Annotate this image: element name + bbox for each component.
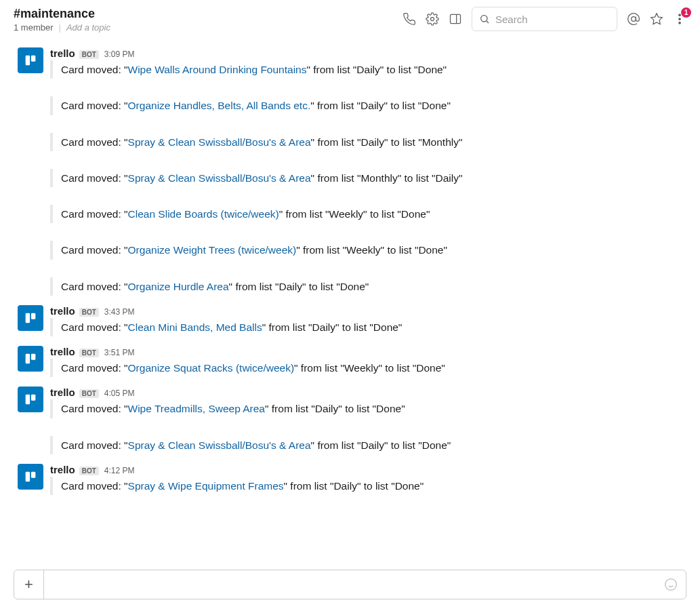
message-group: trello BOT 3:43 PM Card moved: "Clean Mi… (18, 305, 686, 336)
bot-tag: BOT (79, 467, 99, 475)
message-body: trello BOT 3:09 PM Card moved: "Wipe Wal… (50, 47, 686, 296)
card-moved-attachment: Card moved: "Clean Mini Bands, Med Balls… (50, 318, 686, 336)
sender-name[interactable]: trello (50, 387, 75, 398)
svg-marker-6 (651, 14, 663, 24)
star-icon[interactable] (650, 12, 663, 26)
message-composer: + (14, 570, 686, 599)
message-body: trello BOT 4:12 PM Card moved: "Spray & … (50, 464, 686, 495)
svg-rect-24 (31, 471, 35, 477)
avatar[interactable] (18, 464, 43, 490)
card-link[interactable]: Clean Slide Boards (twice/week) (128, 208, 279, 220)
svg-rect-11 (26, 56, 30, 66)
sender-name[interactable]: trello (50, 47, 75, 59)
card-link[interactable]: Organize Hurdle Area (128, 281, 229, 292)
timestamp[interactable]: 4:12 PM (104, 466, 135, 475)
svg-rect-17 (26, 354, 30, 364)
message-group: trello BOT 4:12 PM Card moved: "Spray & … (18, 464, 686, 495)
card-link[interactable]: Spray & Clean Swissball/Bosu's & Area (128, 136, 311, 148)
svg-rect-21 (31, 395, 35, 401)
mentions-icon[interactable] (627, 12, 640, 26)
svg-rect-15 (31, 313, 35, 319)
message-group: trello BOT 4:05 PM Card moved: "Wipe Tre… (18, 387, 686, 454)
svg-rect-14 (26, 313, 30, 323)
add-topic-link[interactable]: Add a topic (66, 22, 110, 33)
svg-point-0 (431, 18, 434, 21)
bot-tag: BOT (79, 389, 99, 398)
svg-rect-20 (26, 395, 30, 405)
card-link[interactable]: Spray & Clean Swissball/Bosu's & Area (128, 172, 311, 184)
svg-rect-23 (26, 471, 30, 481)
bot-tag: BOT (79, 308, 99, 317)
message-body: trello BOT 3:43 PM Card moved: "Clean Mi… (50, 305, 686, 336)
channel-meta: 1 member | Add a topic (14, 22, 110, 33)
card-moved-attachment: Card moved: "Wipe Treadmills, Sweep Area… (50, 399, 686, 418)
svg-rect-12 (31, 56, 35, 62)
message-body: trello BOT 4:05 PM Card moved: "Wipe Tre… (50, 387, 686, 454)
emoji-icon[interactable] (656, 570, 686, 599)
bot-tag: BOT (79, 349, 99, 357)
search-placeholder: Search (495, 14, 528, 25)
bot-tag: BOT (79, 50, 99, 59)
svg-point-7 (679, 14, 681, 16)
phone-icon[interactable] (403, 12, 416, 26)
svg-point-25 (665, 579, 677, 591)
message-group: trello BOT 3:09 PM Card moved: "Wipe Wal… (18, 47, 686, 296)
gear-icon[interactable] (426, 12, 439, 26)
card-link[interactable]: Clean Mini Bands, Med Balls (128, 321, 262, 333)
card-link[interactable]: Spray & Clean Swissball/Bosu's & Area (128, 439, 311, 451)
svg-point-5 (632, 17, 636, 22)
card-moved-attachment: Card moved: "Spray & Clean Swissball/Bos… (50, 436, 686, 454)
attach-button[interactable]: + (14, 570, 44, 599)
header-right: Search 1 (403, 7, 686, 31)
sender-name[interactable]: trello (50, 346, 75, 357)
svg-rect-1 (451, 14, 461, 23)
message-header: trello BOT 3:09 PM (50, 47, 686, 59)
card-link[interactable]: Wipe Treadmills, Sweep Area (128, 403, 265, 414)
card-link[interactable]: Spray & Wipe Equipment Frames (128, 480, 284, 492)
composer-input[interactable] (44, 570, 656, 599)
timestamp[interactable]: 3:09 PM (104, 50, 135, 59)
sender-name[interactable]: trello (50, 464, 75, 475)
message-header: trello BOT 3:51 PM (50, 346, 686, 357)
channel-name[interactable]: #maintenance (14, 7, 110, 21)
card-moved-attachment: Card moved: "Spray & Clean Swissball/Bos… (50, 133, 686, 151)
message-group: trello BOT 3:51 PM Card moved: "Organize… (18, 346, 686, 377)
message-body: trello BOT 3:51 PM Card moved: "Organize… (50, 346, 686, 377)
svg-point-3 (481, 16, 487, 22)
svg-point-9 (679, 22, 681, 24)
svg-rect-18 (31, 354, 35, 360)
card-link[interactable]: Organize Squat Racks (twice/week) (128, 362, 295, 374)
svg-point-8 (679, 18, 681, 20)
card-moved-attachment: Card moved: "Spray & Wipe Equipment Fram… (50, 477, 686, 495)
avatar[interactable] (18, 305, 43, 331)
message-header: trello BOT 4:12 PM (50, 464, 686, 475)
card-link[interactable]: Organize Weight Trees (twice/week) (128, 244, 297, 256)
card-moved-attachment: Card moved: "Organize Weight Trees (twic… (50, 241, 686, 259)
card-moved-attachment: Card moved: "Wipe Walls Around Drinking … (50, 60, 686, 79)
message-header: trello BOT 3:43 PM (50, 305, 686, 317)
message-header: trello BOT 4:05 PM (50, 387, 686, 398)
more-menu-icon[interactable]: 1 (673, 12, 686, 26)
member-count[interactable]: 1 member (14, 22, 54, 33)
card-link[interactable]: Organize Handles, Belts, All Bands etc. (128, 100, 311, 111)
notification-badge: 1 (681, 7, 691, 18)
card-moved-attachment: Card moved: "Organize Handles, Belts, Al… (50, 96, 686, 115)
card-moved-attachment: Card moved: "Organize Squat Racks (twice… (50, 359, 686, 377)
channel-header: #maintenance 1 member | Add a topic Sear… (0, 0, 700, 38)
avatar[interactable] (18, 346, 43, 372)
sender-name[interactable]: trello (50, 305, 75, 317)
timestamp[interactable]: 4:05 PM (104, 389, 135, 398)
meta-separator: | (59, 22, 61, 33)
timestamp[interactable]: 3:43 PM (104, 307, 135, 317)
card-link[interactable]: Wipe Walls Around Drinking Fountains (128, 64, 307, 75)
message-list[interactable]: trello BOT 3:09 PM Card moved: "Wipe Wal… (0, 38, 700, 553)
search-input[interactable]: Search (472, 7, 617, 31)
header-left: #maintenance 1 member | Add a topic (14, 7, 110, 33)
avatar[interactable] (18, 387, 43, 412)
card-moved-attachment: Card moved: "Clean Slide Boards (twice/w… (50, 205, 686, 223)
avatar[interactable] (18, 47, 43, 73)
svg-line-4 (487, 21, 489, 23)
timestamp[interactable]: 3:51 PM (104, 348, 135, 357)
sidebar-toggle-icon[interactable] (449, 12, 462, 26)
card-moved-attachment: Card moved: "Spray & Clean Swissball/Bos… (50, 169, 686, 187)
